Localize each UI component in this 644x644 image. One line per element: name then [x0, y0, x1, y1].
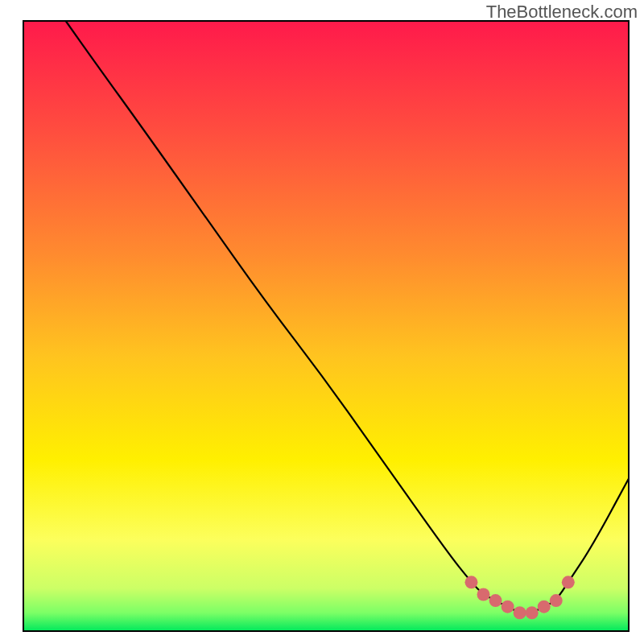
highlight-dot: [562, 576, 575, 588]
highlight-dot: [502, 601, 514, 613]
plot-background-gradient: [23, 21, 629, 631]
highlight-dot: [514, 606, 526, 619]
highlight-dot: [526, 606, 539, 619]
highlight-dot: [538, 601, 551, 613]
highlight-dot: [477, 588, 490, 601]
highlight-dot: [550, 594, 563, 607]
bottleneck-chart: [0, 0, 644, 644]
highlight-dot: [489, 594, 502, 607]
highlight-dot: [464, 576, 477, 588]
watermark-text: TheBottleneck.com: [486, 2, 638, 23]
chart-container: TheBottleneck.com: [0, 0, 644, 644]
